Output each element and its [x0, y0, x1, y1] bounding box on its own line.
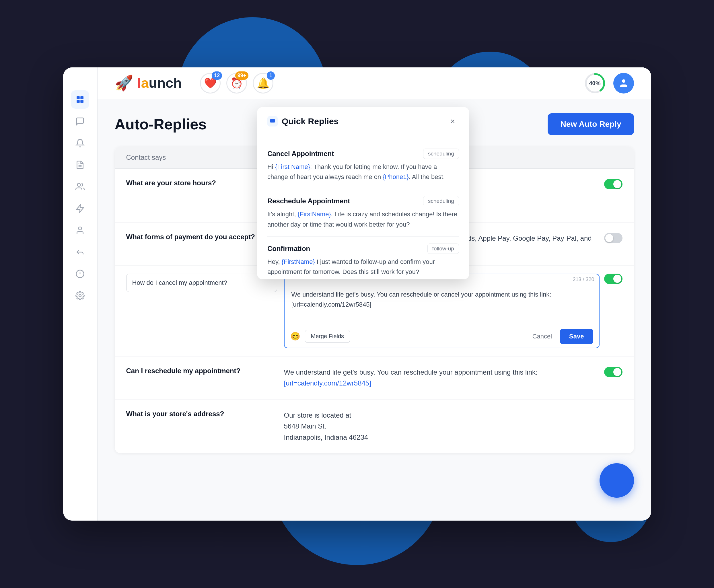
- badge-bell-count: 1: [267, 71, 275, 80]
- svg-point-8: [79, 227, 82, 230]
- sidebar-item-contacts[interactable]: [71, 177, 89, 196]
- bell-icon: 🔔: [257, 77, 270, 89]
- quick-reply-tag: scheduling: [423, 196, 459, 206]
- sidebar-item-automation[interactable]: [71, 200, 89, 218]
- svg-rect-3: [80, 100, 83, 103]
- highlight-firstname: {First Name}: [275, 163, 310, 170]
- svg-rect-2: [77, 100, 80, 103]
- quick-reply-header: Cancel Appointment scheduling: [267, 149, 459, 159]
- page-content: Auto-Replies New Auto Reply Contact says…: [98, 99, 651, 521]
- sidebar-item-grid[interactable]: [71, 90, 89, 109]
- highlight-firstname: {FirstName}: [298, 211, 331, 218]
- quick-reply-header: Confirmation follow-up: [267, 244, 459, 254]
- quick-replies-icon: [267, 116, 278, 126]
- popup-body: Cancel Appointment scheduling Hi {First …: [257, 136, 469, 279]
- badge-timer-count: 99+: [235, 71, 249, 80]
- badge-bell[interactable]: 🔔 1: [253, 73, 273, 93]
- sidebar-item-user[interactable]: [71, 221, 89, 239]
- header-icons: ❤️ 12 ⏰ 99+ 🔔 1: [200, 73, 273, 93]
- svg-point-6: [78, 183, 81, 186]
- svg-rect-1: [80, 96, 83, 99]
- quick-replies-popup: Quick Replies × Cancel Appointment sched…: [257, 107, 469, 279]
- svg-point-15: [622, 79, 625, 83]
- content-area: 🚀 launch ❤️ 12 ⏰ 99+ 🔔: [98, 67, 651, 521]
- svg-marker-7: [77, 205, 83, 213]
- quick-reply-item[interactable]: Reschedule Appointment scheduling It's a…: [267, 189, 459, 236]
- quick-reply-header: Reschedule Appointment scheduling: [267, 196, 459, 206]
- logo-rocket-icon: 🚀: [115, 74, 133, 92]
- quick-reply-text: It's alright, {FirstName}. Life is crazy…: [267, 209, 459, 229]
- highlight-phone: {Phone1}: [383, 173, 409, 181]
- svg-rect-16: [270, 119, 275, 123]
- logo-text: launch: [138, 75, 182, 91]
- quick-reply-name: Reschedule Appointment: [267, 197, 350, 205]
- sidebar: [63, 67, 98, 521]
- progress-circle: 40%: [584, 72, 606, 94]
- progress-text: 40%: [589, 80, 601, 86]
- badge-timer[interactable]: ⏰ 99+: [226, 73, 247, 93]
- badge-heart[interactable]: ❤️ 12: [200, 73, 220, 93]
- quick-reply-tag: follow-up: [427, 244, 459, 254]
- popup-title: Quick Replies: [267, 116, 338, 126]
- svg-rect-0: [77, 96, 80, 99]
- svg-point-12: [79, 295, 81, 297]
- quick-replies-overlay: Quick Replies × Cancel Appointment sched…: [98, 99, 651, 521]
- sidebar-item-reports[interactable]: [71, 156, 89, 174]
- header-left: 🚀 launch ❤️ 12 ⏰ 99+ 🔔: [115, 73, 274, 93]
- quick-reply-text: Hi {First Name}! Thank you for letting m…: [267, 162, 459, 182]
- quick-reply-name: Confirmation: [267, 245, 310, 253]
- main-container: 🚀 launch ❤️ 12 ⏰ 99+ 🔔: [42, 43, 673, 545]
- quick-reply-text: Hey, {FirstName} I just wanted to follow…: [267, 257, 459, 277]
- quick-reply-item[interactable]: Cancel Appointment scheduling Hi {First …: [267, 142, 459, 189]
- sidebar-item-notifications[interactable]: [71, 134, 89, 152]
- quick-reply-item[interactable]: Confirmation follow-up Hey, {FirstName} …: [267, 237, 459, 279]
- popup-close-button[interactable]: ×: [446, 115, 459, 128]
- sidebar-item-replies[interactable]: [71, 243, 89, 261]
- user-avatar[interactable]: [613, 73, 634, 93]
- badge-heart-count: 12: [212, 71, 222, 80]
- popup-header: Quick Replies ×: [257, 107, 469, 136]
- quick-reply-tag: scheduling: [423, 149, 459, 159]
- quick-reply-name: Cancel Appointment: [267, 150, 334, 158]
- header-right: 40%: [584, 72, 634, 94]
- header: 🚀 launch ❤️ 12 ⏰ 99+ 🔔: [98, 67, 651, 99]
- sidebar-item-settings[interactable]: [71, 287, 89, 305]
- app-window: 🚀 launch ❤️ 12 ⏰ 99+ 🔔: [63, 67, 651, 521]
- sidebar-item-ideas[interactable]: [71, 265, 89, 283]
- logo-area: 🚀 launch: [115, 74, 182, 92]
- highlight-firstname: {FirstName}: [282, 258, 315, 265]
- sidebar-item-chat[interactable]: [71, 112, 89, 130]
